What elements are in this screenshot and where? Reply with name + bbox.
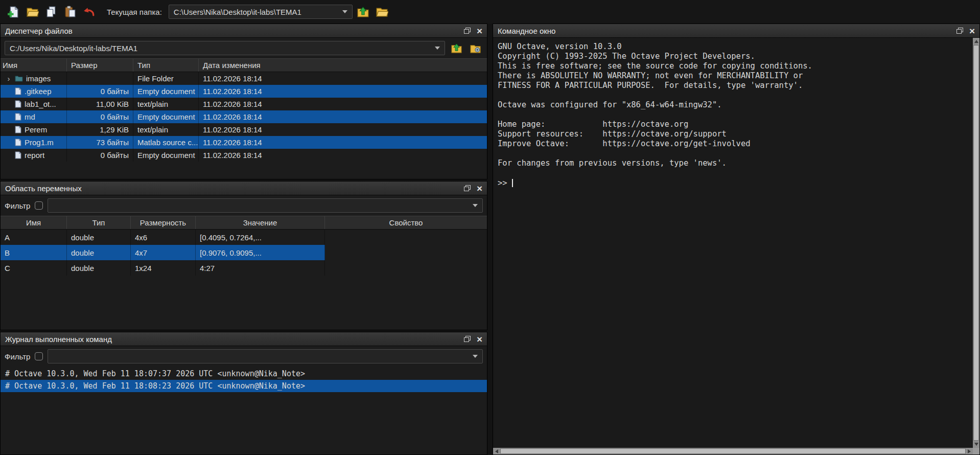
file-name: report xyxy=(25,151,44,160)
history-entry[interactable]: # Octave 10.3.0, Wed Feb 11 18:08:23 202… xyxy=(1,380,487,392)
scroll-down-icon[interactable] xyxy=(974,443,978,446)
undo-button[interactable] xyxy=(81,4,97,20)
workspace-area: Диспетчер файлов × C:/Users/Nika/Desktop… xyxy=(0,24,980,455)
scrollbar-corner xyxy=(973,448,979,454)
address-combobox[interactable]: C:/Users/Nika/Desktop/it-labs/ТЕМА1 xyxy=(5,41,445,55)
file-browser-titlebar[interactable]: Диспетчер файлов × xyxy=(1,24,487,38)
variable-type: double xyxy=(67,230,131,245)
file-row-report[interactable]: report 0 байты Empty document 11.02.2026… xyxy=(1,149,487,162)
file-name-cell: md xyxy=(1,110,67,123)
close-icon[interactable]: × xyxy=(477,181,482,195)
expand-chevron-icon[interactable]: › xyxy=(3,74,15,83)
file-row-md[interactable]: md 0 байты Empty document 11.02.2026 18:… xyxy=(1,110,487,123)
current-folder-label: Текущая папка: xyxy=(107,8,162,16)
filter-combobox[interactable] xyxy=(48,349,483,363)
undock-icon[interactable] xyxy=(956,24,963,37)
open-button[interactable] xyxy=(24,4,40,20)
console-line: For changes from previous versions, type… xyxy=(498,158,966,168)
new-script-icon xyxy=(7,6,20,18)
console-line xyxy=(498,90,966,100)
right-dock-column: Командное окно × GNU Octave, version 10.… xyxy=(493,24,980,455)
document-icon xyxy=(15,126,21,133)
undo-icon xyxy=(83,6,96,18)
column-header-value[interactable]: Значение xyxy=(196,216,325,229)
document-icon xyxy=(15,100,21,108)
variable-row-C[interactable]: C double 1x24 4:27 xyxy=(1,260,487,276)
file-row-gitkeep[interactable]: .gitkeep 0 байты Empty document 11.02.20… xyxy=(1,85,487,98)
column-header-dimension[interactable]: Размерность xyxy=(131,216,196,229)
file-date: 11.02.2026 18:14 xyxy=(199,85,487,98)
browse-directories-button[interactable] xyxy=(374,4,390,20)
variable-dimension: 4x7 xyxy=(131,245,196,260)
scroll-right-icon[interactable] xyxy=(968,449,971,453)
undock-icon[interactable] xyxy=(464,332,471,346)
close-icon[interactable]: × xyxy=(477,332,482,346)
file-row-prog1[interactable]: Prog1.m 73 байты Matlab source c... 11.0… xyxy=(1,136,487,149)
file-date: 11.02.2026 18:14 xyxy=(199,72,487,85)
horizontal-scrollbar[interactable] xyxy=(493,448,973,454)
undock-icon[interactable] xyxy=(464,181,471,195)
file-row-images[interactable]: › images File Folder 11.02.2026 18:14 xyxy=(1,72,487,85)
workspace-title: Область переменных xyxy=(5,184,458,193)
new-script-button[interactable] xyxy=(5,4,21,20)
command-history-panel: Журнал выполненных команд × Фильтр # Oct… xyxy=(0,332,487,455)
column-header-type[interactable]: Тип xyxy=(133,59,199,72)
browse-folder-icon xyxy=(376,6,388,18)
variable-row-A[interactable]: A double 4x6 [0.4095, 0.7264,... xyxy=(1,230,487,245)
file-date: 11.02.2026 18:14 xyxy=(199,98,487,110)
command-prompt[interactable]: >> xyxy=(498,178,966,188)
undock-icon[interactable] xyxy=(464,24,471,37)
folder-up-icon xyxy=(451,42,462,54)
browser-actions-button[interactable] xyxy=(468,41,483,55)
left-dock-column: Диспетчер файлов × C:/Users/Nika/Desktop… xyxy=(0,24,487,455)
close-icon[interactable]: × xyxy=(477,24,482,37)
console-line: FITNESS FOR A PARTICULAR PURPOSE. For de… xyxy=(498,81,966,90)
file-browser-panel: Диспетчер файлов × C:/Users/Nika/Desktop… xyxy=(0,24,487,179)
column-header-name[interactable]: Имя xyxy=(1,59,67,72)
file-row-perem[interactable]: Perem 1,29 KiB text/plain 11.02.2026 18:… xyxy=(1,123,487,136)
file-name-cell: Prog1.m xyxy=(1,136,67,149)
file-row-lab1[interactable]: lab1_ot... 11,00 KiB text/plain 11.02.20… xyxy=(1,98,487,110)
workspace-filter-row: Фильтр xyxy=(1,195,487,216)
current-folder-combobox[interactable]: C:\Users\Nika\Desktop\it-labs\ТЕМА1 xyxy=(169,5,353,19)
variable-name: A xyxy=(1,230,67,245)
history-entry[interactable]: # Octave 10.3.0, Wed Feb 11 18:07:37 202… xyxy=(1,368,487,380)
command-window-titlebar[interactable]: Командное окно × xyxy=(493,24,979,38)
chevron-down-icon xyxy=(473,355,478,358)
close-glyph: × xyxy=(477,334,482,344)
workspace-titlebar[interactable]: Область переменных × xyxy=(1,181,487,195)
column-header-name[interactable]: Имя xyxy=(1,216,67,229)
column-header-size[interactable]: Размер xyxy=(67,59,133,72)
open-folder-icon xyxy=(26,6,39,18)
variable-value: [0.9076, 0.9095,... xyxy=(196,245,325,260)
folder-up-button[interactable] xyxy=(355,4,371,20)
history-titlebar[interactable]: Журнал выполненных команд × xyxy=(1,332,487,346)
column-header-type[interactable]: Тип xyxy=(67,216,131,229)
file-name-cell: lab1_ot... xyxy=(1,98,67,110)
filter-checkbox[interactable] xyxy=(35,201,43,210)
column-header-date[interactable]: Дата изменения xyxy=(199,59,487,72)
folder-icon xyxy=(15,75,23,82)
history-filter-row: Фильтр xyxy=(1,346,487,367)
horizontal-scrollbar-thumb[interactable] xyxy=(500,448,966,454)
file-name: Prog1.m xyxy=(25,138,54,147)
variable-name: C xyxy=(1,260,67,276)
filter-combobox[interactable] xyxy=(48,198,483,213)
vertical-scrollbar-thumb[interactable] xyxy=(973,45,979,441)
command-window-output[interactable]: GNU Octave, version 10.3.0 Copyright (C)… xyxy=(493,38,979,454)
vertical-scrollbar[interactable] xyxy=(973,38,979,448)
paste-button[interactable] xyxy=(62,4,78,20)
close-icon[interactable]: × xyxy=(969,24,975,37)
column-header-attribute[interactable]: Свойство xyxy=(325,216,487,229)
file-name-cell: .gitkeep xyxy=(1,85,67,98)
file-size: 11,00 KiB xyxy=(67,98,133,110)
scroll-left-icon[interactable] xyxy=(495,449,498,453)
browser-folder-up-button[interactable] xyxy=(449,41,464,55)
copy-button[interactable] xyxy=(43,4,59,20)
scroll-up-icon[interactable] xyxy=(974,40,978,43)
document-icon xyxy=(15,139,21,146)
file-name: .gitkeep xyxy=(25,87,52,96)
variable-row-B[interactable]: B double 4x7 [0.9076, 0.9095,... xyxy=(1,245,487,260)
filter-checkbox[interactable] xyxy=(35,352,43,360)
file-date: 11.02.2026 18:14 xyxy=(199,136,487,149)
